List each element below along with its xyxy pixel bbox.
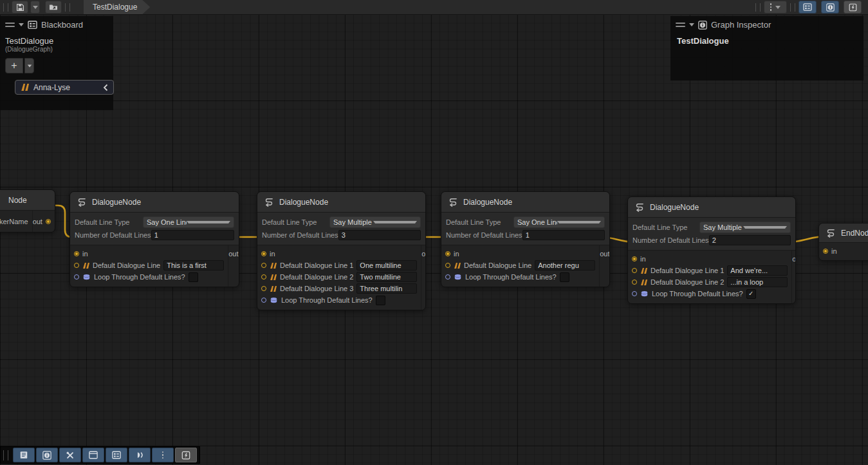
dialogue-flow-icon [264,197,274,207]
info-icon [698,21,707,30]
loop-port[interactable] [261,298,266,303]
blackboard-toggle-button[interactable] [106,448,127,462]
open-asset-button[interactable] [45,1,62,14]
graph-canvas[interactable]: Node kerName out DialogueNode [0,14,868,465]
line-type-dropdown[interactable]: Say Multiple Lines [699,222,791,233]
node-title-bar[interactable]: Node [0,190,55,211]
line-type-dropdown[interactable]: Say Multiple Lines [329,216,421,228]
foldout-triangle-icon[interactable] [19,23,24,26]
drag-handle-icon[interactable] [5,23,15,27]
line-value-field[interactable]: This is a first [163,260,224,270]
in-port[interactable] [445,251,450,256]
chevron-down-icon [27,64,31,67]
window-toggle-button[interactable] [82,448,104,462]
blackboard-toggle-button[interactable] [799,1,817,14]
toolbar-separator [790,3,795,12]
line-value-field[interactable]: Two multiline [356,272,417,282]
quote-icon [21,83,29,91]
blackboard-field-name: Anna-Lyse [33,83,98,92]
notes-toggle-button[interactable] [13,448,35,462]
tools-toggle-button[interactable] [59,448,81,462]
loop-port[interactable] [445,274,450,280]
line-value-field[interactable]: ...in a loop [727,277,788,287]
line-port[interactable] [74,263,79,268]
line-value-field[interactable]: Three multilin [356,283,417,294]
in-port[interactable] [632,256,637,261]
node-title: EndNode [841,229,868,238]
dialogue-node-1[interactable]: DialogueNode Default Line Type Say One L… [69,191,239,287]
node-title-bar[interactable]: EndNode [819,223,868,243]
quote-icon [640,279,647,286]
chevron-down-icon [775,6,780,9]
end-node[interactable]: EndNode in [818,223,868,261]
dialogue-node-4[interactable]: DialogueNode Default Line Type Say Multi… [627,196,796,304]
overflow-menu-button[interactable] [764,1,787,14]
node-title: DialogueNode [279,198,328,207]
node-title-bar[interactable]: DialogueNode [70,192,239,213]
save-options-button[interactable] [30,1,40,14]
spark-toggle-button[interactable] [175,448,197,462]
chevron-left-icon[interactable] [103,84,108,91]
add-property-options-button[interactable] [24,58,34,73]
spark-toggle-button[interactable] [844,1,862,14]
line-port[interactable] [445,263,450,268]
blackboard-header[interactable]: Blackboard [0,16,113,33]
speaker-node[interactable]: Node kerName out [0,189,55,232]
node-title: DialogueNode [92,198,141,207]
inspector-header[interactable]: Graph Inspector [670,16,863,33]
loop-checkbox[interactable] [189,272,198,282]
in-port[interactable] [261,251,266,256]
loop-port[interactable] [74,274,79,280]
loop-port[interactable] [632,291,637,296]
num-lines-field[interactable]: 2 [709,235,791,245]
node-title-bar[interactable]: DialogueNode [628,197,795,218]
loop-checkbox[interactable]: ✓ [746,289,756,299]
loop-checkbox[interactable] [376,296,385,305]
node-title-bar[interactable]: DialogueNode [441,192,609,213]
line-port[interactable] [261,263,266,268]
line-port[interactable] [261,286,266,291]
spark-icon [181,451,190,460]
line-port[interactable] [261,274,266,280]
line-value-field[interactable]: Another regu [535,260,595,270]
line-port[interactable] [632,268,637,273]
graph-tab[interactable]: TestDialogue [84,0,150,14]
foldout-triangle-icon[interactable] [689,23,694,26]
line-label: Default Dialogue Line 2 [280,273,353,281]
num-lines-field[interactable]: 3 [338,230,421,240]
line-type-value: Say One Line [147,218,187,226]
spark-icon [849,3,857,12]
line-type-dropdown[interactable]: Say One Line [143,216,234,228]
line-value-field[interactable]: One multiline [356,260,417,270]
out-port[interactable] [46,219,51,224]
save-button[interactable] [12,1,28,14]
preview-toggle-button[interactable] [129,448,151,462]
save-icon [16,3,24,12]
node-title-bar[interactable]: DialogueNode [257,192,425,213]
loop-checkbox[interactable] [560,272,569,282]
overflow-menu-button[interactable] [152,448,174,462]
inspector-toggle-button[interactable] [821,1,839,14]
line-type-dropdown[interactable]: Say One Line [513,216,605,228]
loop-stack-icon [640,290,649,298]
loop-label: Loop Through Default Lines? [281,296,373,304]
chevron-down-icon [187,221,230,223]
dialogue-node-2[interactable]: DialogueNode Default Line Type Say Multi… [257,191,426,310]
add-property-button[interactable]: + [5,58,23,73]
node-title: Node [0,196,27,205]
blackboard-field-speaker[interactable]: Anna-Lyse [15,80,114,95]
out-port-label: out [600,250,609,258]
line-port[interactable] [632,280,637,285]
loop-stack-icon [454,274,462,281]
num-lines-field[interactable]: 1 [151,230,234,240]
drag-handle-icon[interactable] [3,450,8,460]
dialogue-node-3[interactable]: DialogueNode Default Line Type Say One L… [441,191,610,287]
in-port[interactable] [74,251,79,256]
line-value-field[interactable]: And we're... [727,265,788,276]
info-toggle-button[interactable] [36,448,58,462]
toolbar-separator [3,3,8,12]
quote-icon [82,262,89,269]
num-lines-field[interactable]: 1 [522,230,605,240]
drag-handle-icon[interactable] [676,23,685,27]
in-port[interactable] [823,249,828,254]
